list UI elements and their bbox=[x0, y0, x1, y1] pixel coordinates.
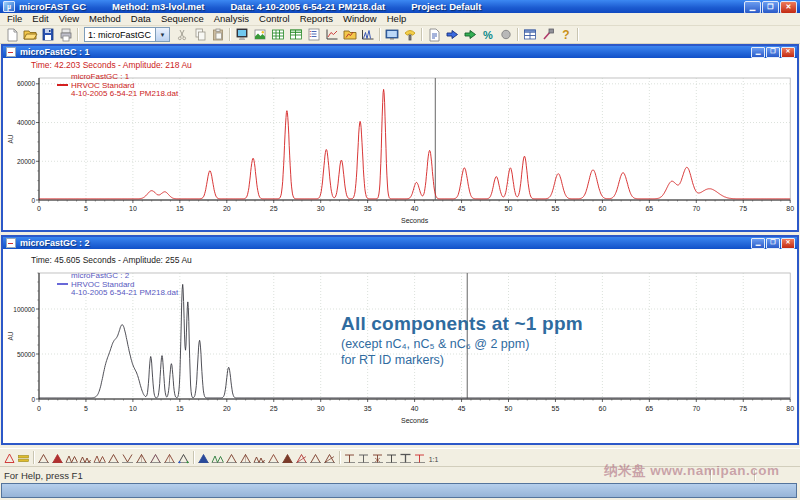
integration-tool-11-button[interactable] bbox=[149, 452, 162, 464]
remote-connection-button[interactable] bbox=[402, 27, 418, 42]
results-table-button[interactable] bbox=[288, 27, 304, 42]
integration-tool-14-button[interactable] bbox=[197, 452, 210, 464]
main-titlebar[interactable]: µ microFAST GC Method: m3-lvol.met Data:… bbox=[0, 0, 800, 13]
integration-tool-30-button[interactable]: 1:1 bbox=[427, 452, 440, 464]
integration-tool-5-button[interactable] bbox=[65, 452, 78, 464]
help-button[interactable]: ? bbox=[558, 27, 574, 42]
print-button[interactable] bbox=[58, 27, 74, 42]
toolbar-separator bbox=[77, 28, 79, 41]
integration-tool-8-button[interactable] bbox=[107, 452, 120, 464]
snapshot-button[interactable] bbox=[252, 27, 268, 42]
open-folder-button[interactable] bbox=[22, 27, 38, 42]
menu-item-help[interactable]: Help bbox=[382, 13, 412, 25]
integration-tool-2-button[interactable] bbox=[17, 452, 30, 464]
chromatogram-view-button[interactable] bbox=[360, 27, 376, 42]
integration-tool-15-button[interactable] bbox=[211, 452, 224, 464]
integration-tool-19-button[interactable] bbox=[267, 452, 280, 464]
child2-restore-button[interactable]: ❐ bbox=[766, 238, 780, 249]
toolbar-separator bbox=[229, 28, 231, 41]
instrument-selector[interactable]: 1: microFastGC▼ bbox=[84, 27, 170, 42]
integration-tool-12-button[interactable] bbox=[163, 452, 176, 464]
integration-tool-24-button[interactable] bbox=[343, 452, 356, 464]
menu-item-file[interactable]: File bbox=[2, 13, 27, 25]
paste-button[interactable] bbox=[210, 27, 226, 42]
percent-calibration-button[interactable]: % bbox=[480, 27, 496, 42]
integration-tool-6-button[interactable] bbox=[79, 452, 92, 464]
axis-ticks-and-labels: 0510152025303540455055606570758002000040… bbox=[17, 80, 794, 212]
integration-tool-13-button[interactable] bbox=[177, 452, 190, 464]
tile-windows-button[interactable] bbox=[522, 27, 538, 42]
menu-item-window[interactable]: Window bbox=[338, 13, 382, 25]
child2-minimize-button[interactable]: ▁ bbox=[751, 238, 765, 249]
integration-tool-10-button[interactable] bbox=[135, 452, 148, 464]
x-axis-label: Seconds bbox=[401, 217, 429, 224]
integration-tool-4-button[interactable] bbox=[51, 452, 64, 464]
calibration-chart-button[interactable] bbox=[324, 27, 340, 42]
integration-tool-25-button[interactable] bbox=[357, 452, 370, 464]
integration-tool-23-button[interactable] bbox=[323, 452, 336, 464]
data-table-button[interactable] bbox=[270, 27, 286, 42]
menu-item-control[interactable]: Control bbox=[254, 13, 295, 25]
integration-tool-26-button[interactable] bbox=[371, 452, 384, 464]
menu-item-sequence[interactable]: Sequence bbox=[156, 13, 209, 25]
cut-icon bbox=[174, 27, 190, 42]
svg-text:10: 10 bbox=[129, 205, 137, 212]
menu-item-data[interactable]: Data bbox=[126, 13, 156, 25]
save-button[interactable] bbox=[40, 27, 56, 42]
cut-button[interactable] bbox=[174, 27, 190, 42]
menu-item-edit[interactable]: Edit bbox=[27, 13, 53, 25]
tools-button[interactable] bbox=[540, 27, 556, 42]
svg-text:40000: 40000 bbox=[17, 119, 35, 126]
integration-tool-16-button[interactable] bbox=[225, 452, 238, 464]
new-document-button[interactable] bbox=[4, 27, 20, 42]
integration-tool-27-button[interactable] bbox=[385, 452, 398, 464]
child1-titlebar[interactable]: microFastGC : 1 ▁ ❐ ✕ bbox=[3, 46, 797, 58]
report-folder-button[interactable] bbox=[342, 27, 358, 42]
integration-tool-27-icon bbox=[385, 452, 398, 464]
instrument-screen-button[interactable] bbox=[384, 27, 400, 42]
integration-tool-7-button[interactable] bbox=[93, 452, 106, 464]
run-step-button[interactable] bbox=[462, 27, 478, 42]
tools-icon bbox=[540, 27, 556, 42]
menu-item-reports[interactable]: Reports bbox=[295, 13, 338, 25]
integration-tool-28-button[interactable] bbox=[399, 452, 412, 464]
integration-tool-20-button[interactable] bbox=[281, 452, 294, 464]
integration-tool-3-button[interactable] bbox=[37, 452, 50, 464]
svg-text:40: 40 bbox=[411, 405, 419, 412]
integration-tool-29-button[interactable] bbox=[413, 452, 426, 464]
acquisition-monitor-button[interactable] bbox=[234, 27, 250, 42]
y-axis-label: AU bbox=[7, 331, 14, 340]
integration-tool-15-icon bbox=[211, 452, 224, 464]
record-stop-button[interactable] bbox=[498, 27, 514, 42]
copy-button[interactable] bbox=[192, 27, 208, 42]
svg-text:0: 0 bbox=[37, 205, 41, 212]
chromatogram-document-icon bbox=[6, 238, 16, 248]
snapshot-icon bbox=[252, 27, 268, 42]
chevron-down-icon[interactable]: ▼ bbox=[155, 28, 169, 41]
child2-titlebar[interactable]: microFastGC : 2 ▁ ❐ ✕ bbox=[3, 237, 797, 249]
menu-item-analysis[interactable]: Analysis bbox=[209, 13, 254, 25]
menu-item-view[interactable]: View bbox=[54, 13, 84, 25]
run-start-icon bbox=[444, 27, 460, 42]
integration-tool-18-button[interactable] bbox=[253, 452, 266, 464]
integration-tool-1-button[interactable] bbox=[3, 452, 16, 464]
menu-item-method[interactable]: Method bbox=[84, 13, 126, 25]
integration-tool-22-button[interactable] bbox=[309, 452, 322, 464]
integration-tool-17-button[interactable] bbox=[239, 452, 252, 464]
child1-restore-button[interactable]: ❐ bbox=[766, 47, 780, 58]
child2-title: microFastGC : 2 bbox=[20, 238, 90, 248]
integration-tool-9-button[interactable] bbox=[121, 452, 134, 464]
integration-tool-14-icon bbox=[197, 452, 210, 464]
child1-close-button[interactable]: ✕ bbox=[781, 47, 795, 58]
report-view-button[interactable] bbox=[426, 27, 442, 42]
method-list-button[interactable] bbox=[306, 27, 322, 42]
run-start-button[interactable] bbox=[444, 27, 460, 42]
concentration-annotation: All components at ~1 ppm (except nC₄, nC… bbox=[341, 313, 583, 367]
integration-tool-21-button[interactable] bbox=[295, 452, 308, 464]
new-document-icon bbox=[4, 27, 20, 42]
child2-close-button[interactable]: ✕ bbox=[781, 238, 795, 249]
integration-tool-22-icon bbox=[309, 452, 322, 464]
svg-text:35: 35 bbox=[364, 405, 372, 412]
child1-minimize-button[interactable]: ▁ bbox=[751, 47, 765, 58]
svg-text:70: 70 bbox=[692, 405, 700, 412]
